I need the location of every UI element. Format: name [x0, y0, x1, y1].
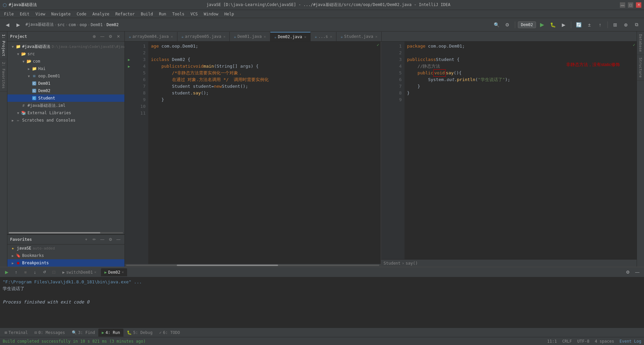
left-scrollbar[interactable] [125, 264, 381, 267]
edit-favorite-button[interactable]: ✏ [91, 236, 98, 243]
bottom-close-button[interactable]: — [633, 268, 641, 276]
tree-item-oop[interactable]: ▼ ⊞ oop.Dem01 [7, 72, 124, 80]
action-tab-find[interactable]: 🔍 3: Find [68, 329, 99, 337]
favorites-item-bookmarks[interactable]: ▶ 🔖 Bookmarks [7, 252, 124, 259]
tab-close-arraydem05[interactable]: ✕ [223, 34, 226, 39]
maximize-button[interactable]: □ [628, 2, 633, 8]
favorites-item-javase[interactable]: ★ javaSE auto-added [7, 245, 124, 252]
breadcrumb-oop[interactable]: oop [79, 22, 87, 27]
coverage-button[interactable]: ▶ [559, 20, 568, 29]
minimize-button[interactable]: — [620, 2, 625, 8]
cursor-position[interactable]: 11:1 [547, 339, 557, 344]
menu-tools[interactable]: Tools [170, 11, 187, 17]
menu-file[interactable]: File [1, 11, 16, 17]
favorites-panel-btn[interactable]: 2: Favorites [0, 59, 7, 91]
structure-panel-btn[interactable]: Structure [637, 55, 644, 81]
run-tab-close-switch[interactable]: ✕ [94, 270, 97, 274]
run-button[interactable]: ▶ [537, 20, 547, 29]
close-panel-button[interactable]: ✕ [115, 33, 122, 40]
run-config-selector[interactable]: Dem02 [518, 21, 536, 28]
tree-item-iml[interactable]: # #java基础语法.iml [7, 102, 124, 109]
menu-edit[interactable]: Edit [17, 11, 32, 17]
run-filter-button[interactable]: ⊡ [50, 268, 58, 276]
right-code-area[interactable]: package com.oop.Dem01; public class Stud… [405, 42, 637, 259]
close-button[interactable]: ✕ [636, 2, 641, 8]
tab-dem02[interactable]: ☕ Dem02.java ✕ [270, 32, 311, 41]
tree-scrollbar[interactable] [7, 231, 124, 234]
breadcrumb-src[interactable]: src [57, 22, 65, 27]
menu-window[interactable]: Window [201, 11, 221, 17]
tree-item-scratches[interactable]: ▶ ✏ Scratches and Consoles [7, 117, 124, 124]
settings-panel-button[interactable]: ⚙ [107, 33, 114, 40]
run-tab-switchdem01[interactable]: ▶ switchDem01 ✕ [59, 268, 100, 276]
layout-button[interactable]: ⧉ [632, 20, 641, 29]
tab-close-dem02[interactable]: ✕ [304, 35, 307, 39]
breadcrumb-dem02[interactable]: Dem02 [106, 22, 118, 27]
run-up-button[interactable]: ↑ [12, 268, 20, 276]
menu-build[interactable]: Build [138, 11, 156, 17]
action-tab-todo[interactable]: ✓ 6: TODO [156, 329, 183, 337]
tab-close-arraydem04[interactable]: ✕ [171, 34, 173, 39]
settings-favorites-button[interactable]: ⚙ [107, 236, 114, 243]
back-button[interactable]: ◀ [3, 20, 12, 29]
run-stop-button[interactable]: ■ [21, 268, 30, 276]
close-favorites-button[interactable]: — [115, 236, 122, 243]
menu-view[interactable]: View [33, 11, 48, 17]
tree-item-dem01[interactable]: C Dem01 [7, 80, 124, 87]
zoom-button[interactable]: ⊕ [621, 20, 631, 29]
project-panel-btn[interactable]: 1: Project [0, 31, 7, 59]
tab-dots[interactable]: ☕ ...s ✕ [311, 32, 336, 41]
breadcrumb-com[interactable]: com [68, 22, 76, 27]
tab-close-dots[interactable]: ✕ [330, 34, 332, 39]
vcs-push-button[interactable]: ↑ [595, 20, 605, 29]
run-icon-3[interactable]: ▶ [128, 58, 130, 62]
remove-favorite-button[interactable]: — [99, 236, 106, 243]
tab-close-dem01[interactable]: ✕ [264, 34, 266, 39]
database-panel-btn[interactable]: Database [637, 31, 644, 55]
tab-arraydem05[interactable]: ☕ arrayDem05.java ✕ [177, 32, 230, 41]
run-icon-4[interactable]: ▶ [128, 64, 130, 69]
tree-item-com[interactable]: ▼ 📂 com [7, 58, 124, 65]
tab-student[interactable]: ☕ Student.java ✕ [336, 32, 382, 41]
breadcrumb-project[interactable]: #java基础语法 [25, 22, 54, 27]
menu-refactor[interactable]: Refactor [113, 11, 138, 17]
left-code-area[interactable]: age com.oop.Dem01; ic class Dem02 { publ… [148, 42, 381, 264]
tree-item-src[interactable]: ▼ 📂 src [7, 50, 124, 58]
run-tab-dem02[interactable]: ▶ Dem02 ✕ [101, 268, 127, 276]
debug-button[interactable]: 🐛 [548, 20, 557, 29]
menu-code[interactable]: Code [74, 11, 89, 17]
menu-run[interactable]: Run [156, 11, 169, 17]
terminal-button[interactable]: ⊞ [610, 20, 620, 29]
tab-close-student[interactable]: ✕ [375, 34, 378, 39]
action-tab-messages[interactable]: ⊡ 0: Messages [31, 329, 68, 337]
tree-item-hai[interactable]: ▶ 📁 Hai [7, 65, 124, 72]
line-endings[interactable]: CRLF [562, 339, 572, 344]
indent-info[interactable]: 4 spaces [595, 339, 614, 344]
bottom-settings-button[interactable]: ⚙ [624, 268, 632, 276]
settings-button[interactable]: ⚙ [503, 20, 512, 29]
action-tab-run[interactable]: ▶ 4: Run [98, 329, 123, 337]
tree-item-dem02[interactable]: C Dem02 [7, 87, 124, 94]
tab-dem01[interactable]: ☕ Dem01.java ✕ [230, 32, 270, 41]
tree-item-ext-lib[interactable]: ▼ 📚 External Libraries [7, 109, 124, 117]
locate-file-button[interactable]: ⊕ [91, 33, 98, 40]
add-favorite-button[interactable]: + [83, 236, 90, 243]
tab-arraydem04[interactable]: ☕ arrayDem04.java ✕ [125, 32, 177, 41]
git-button[interactable]: ± [585, 20, 594, 29]
action-tab-debug[interactable]: 🐛 5: Debug [123, 329, 156, 337]
menu-analyze[interactable]: Analyze [90, 11, 112, 17]
tree-item-student[interactable]: C Student [7, 94, 124, 102]
vcs-update-button[interactable]: 🔄 [574, 20, 583, 29]
run-rerun-button[interactable]: ↺ [40, 268, 48, 276]
run-tab-close-dem02[interactable]: ✕ [122, 270, 124, 274]
breadcrumb-dem01[interactable]: Dem01 [91, 22, 103, 27]
menu-help[interactable]: Help [222, 11, 237, 17]
favorites-item-breakpoints[interactable]: ▶ ● Breakpoints [7, 259, 124, 267]
menu-vcs[interactable]: VCS [188, 11, 201, 17]
forward-button[interactable]: ▶ [13, 20, 23, 29]
run-down-button[interactable]: ↓ [31, 268, 39, 276]
collapse-all-button[interactable]: — [99, 33, 106, 40]
action-tab-terminal[interactable]: ⊞ Terminal [1, 329, 31, 337]
search-everywhere-button[interactable]: 🔍 [492, 20, 501, 29]
run-play-button[interactable]: ▶ [3, 268, 11, 276]
